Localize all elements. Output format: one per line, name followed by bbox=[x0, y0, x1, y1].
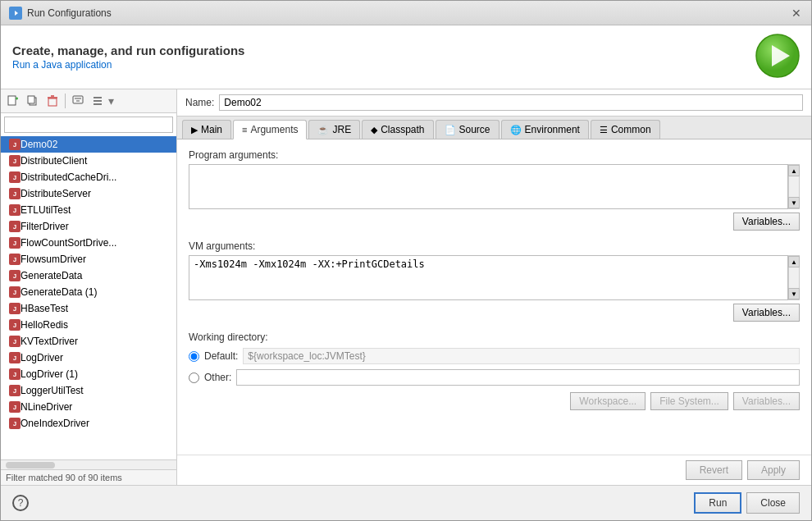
classpath-icon: ◆ bbox=[371, 125, 377, 135]
list-item[interactable]: J GenerateData bbox=[1, 267, 176, 284]
list-item[interactable]: J NLineDriver bbox=[1, 399, 176, 415]
bottom-bar: ? Run Close bbox=[1, 485, 811, 520]
header-text: Create, manage, and run configurations R… bbox=[12, 43, 244, 71]
delete-config-button[interactable] bbox=[43, 92, 62, 110]
workspace-button[interactable]: Workspace... bbox=[570, 392, 645, 410]
program-args-section: Program arguments: ▲ ▼ Variables... bbox=[189, 149, 800, 231]
filter-button[interactable] bbox=[69, 92, 87, 110]
name-row: Name: bbox=[177, 89, 811, 117]
tab-jre[interactable]: ☕ JRE bbox=[308, 120, 360, 139]
default-radio[interactable] bbox=[189, 351, 199, 362]
svg-rect-9 bbox=[48, 98, 57, 106]
name-label: Name: bbox=[185, 97, 214, 108]
close-window-button[interactable]: ✕ bbox=[790, 7, 803, 20]
scroll-down-button[interactable]: ▼ bbox=[788, 197, 800, 208]
header-subtitle-link[interactable]: Run a Java application bbox=[12, 59, 244, 71]
java-icon: J bbox=[9, 418, 21, 429]
dir-variables-button[interactable]: Variables... bbox=[733, 392, 800, 410]
collapse-button[interactable] bbox=[89, 92, 107, 110]
close-button[interactable]: Close bbox=[746, 492, 800, 514]
run-icon bbox=[755, 34, 800, 80]
vm-scroll-down-button[interactable]: ▼ bbox=[788, 288, 800, 299]
tab-environment[interactable]: 🌐 Environment bbox=[501, 120, 589, 139]
tab-classpath-label: Classpath bbox=[381, 124, 424, 135]
main-icon: ▶ bbox=[191, 125, 198, 135]
vm-scroll-up-button[interactable]: ▲ bbox=[788, 256, 800, 267]
list-item[interactable]: J LoggerUtilTest bbox=[1, 382, 176, 399]
list-item-label: GenerateData (1) bbox=[21, 286, 97, 298]
java-icon: J bbox=[9, 171, 21, 183]
list-item[interactable]: J FilterDriver bbox=[1, 218, 176, 235]
left-toolbar: ▾ bbox=[1, 89, 176, 113]
program-args-scrollbar[interactable]: ▲ ▼ bbox=[788, 164, 800, 209]
list-item-label: DistributedCacheDri... bbox=[21, 171, 116, 183]
other-radio-row: Other: bbox=[189, 369, 800, 386]
list-item-label: Demo02 bbox=[21, 139, 57, 150]
search-input[interactable] bbox=[4, 117, 173, 133]
duplicate-config-button[interactable] bbox=[24, 92, 42, 110]
separator1 bbox=[65, 94, 66, 108]
other-value-input[interactable] bbox=[236, 369, 800, 386]
vm-args-section: VM arguments: ▲ ▼ Variables... bbox=[189, 240, 800, 322]
vm-args-textarea[interactable] bbox=[189, 255, 788, 300]
jre-icon: ☕ bbox=[317, 125, 329, 135]
java-icon: J bbox=[9, 401, 21, 413]
help-button[interactable]: ? bbox=[12, 495, 29, 511]
tab-common[interactable]: ☰ Common bbox=[591, 120, 660, 139]
java-icon: J bbox=[9, 155, 21, 167]
filter-status: Filter matched 90 of 90 items bbox=[1, 469, 176, 485]
config-name-input[interactable] bbox=[219, 94, 803, 111]
tab-environment-label: Environment bbox=[525, 124, 580, 135]
scroll-up-button[interactable]: ▲ bbox=[788, 165, 800, 176]
vm-args-variables-button[interactable]: Variables... bbox=[733, 304, 800, 322]
list-item[interactable]: J HBaseTest bbox=[1, 300, 176, 317]
list-item[interactable]: J DistributedCacheDri... bbox=[1, 169, 176, 185]
tab-source[interactable]: 📄 Source bbox=[436, 120, 500, 139]
other-radio[interactable] bbox=[189, 372, 199, 383]
header-area: Create, manage, and run configurations R… bbox=[1, 25, 811, 89]
program-args-variables-button[interactable]: Variables... bbox=[733, 213, 800, 231]
list-item-label: ETLUtilTest bbox=[21, 204, 71, 216]
list-item-label: LogDriver (1) bbox=[21, 368, 78, 380]
apply-button[interactable]: Apply bbox=[747, 460, 800, 480]
list-item-label: HBaseTest bbox=[21, 303, 68, 314]
list-item-label: DistributeClient bbox=[21, 155, 87, 167]
list-item[interactable]: J Demo02 bbox=[1, 136, 176, 153]
tab-arguments-label: Arguments bbox=[250, 124, 298, 135]
list-item[interactable]: J LogDriver bbox=[1, 350, 176, 366]
tab-arguments[interactable]: ≡ Arguments bbox=[233, 120, 307, 139]
revert-button[interactable]: Revert bbox=[686, 460, 742, 480]
list-item[interactable]: J LogDriver (1) bbox=[1, 366, 176, 382]
tab-common-label: Common bbox=[611, 124, 651, 135]
dropdown-arrow[interactable]: ▾ bbox=[108, 94, 114, 107]
tree-list: J Demo02 J DistributeClient J Distribute… bbox=[1, 136, 176, 459]
environment-icon: 🌐 bbox=[510, 125, 522, 135]
list-item[interactable]: J FlowsumDriver bbox=[1, 251, 176, 267]
list-item[interactable]: J FlowCountSortDrive... bbox=[1, 235, 176, 251]
tab-main[interactable]: ▶ Main bbox=[182, 120, 231, 139]
vm-args-scrollbar[interactable]: ▲ ▼ bbox=[788, 255, 800, 300]
java-icon: J bbox=[9, 368, 21, 380]
run-configurations-dialog: Run Configurations ✕ Create, manage, and… bbox=[0, 0, 812, 521]
arguments-icon: ≡ bbox=[242, 125, 247, 135]
vm-args-container: ▲ ▼ bbox=[189, 255, 800, 300]
list-item[interactable]: J HelloRedis bbox=[1, 317, 176, 333]
program-args-textarea[interactable] bbox=[189, 164, 788, 209]
tab-jre-label: JRE bbox=[332, 124, 351, 135]
run-button[interactable]: Run bbox=[694, 492, 741, 514]
list-item[interactable]: J OneIndexDriver bbox=[1, 415, 176, 432]
list-item[interactable]: J GenerateData (1) bbox=[1, 284, 176, 300]
list-item-label: HelloRedis bbox=[21, 319, 68, 331]
right-panel: Name: ▶ Main ≡ Arguments ☕ JRE ◆ bbox=[177, 89, 811, 485]
list-item[interactable]: J ETLUtilTest bbox=[1, 202, 176, 218]
list-item[interactable]: J DistributeClient bbox=[1, 153, 176, 169]
list-item[interactable]: J DistributeServer bbox=[1, 185, 176, 202]
filesystem-button[interactable]: File System... bbox=[650, 392, 728, 410]
horizontal-scrollbar[interactable] bbox=[1, 459, 176, 469]
default-radio-label: Default: bbox=[204, 350, 238, 362]
java-icon: J bbox=[9, 237, 21, 249]
tab-classpath[interactable]: ◆ Classpath bbox=[362, 120, 433, 139]
list-item[interactable]: J KVTextDriver bbox=[1, 333, 176, 350]
new-config-button[interactable] bbox=[4, 92, 22, 110]
tabs-bar: ▶ Main ≡ Arguments ☕ JRE ◆ Classpath 📄 bbox=[177, 117, 811, 139]
